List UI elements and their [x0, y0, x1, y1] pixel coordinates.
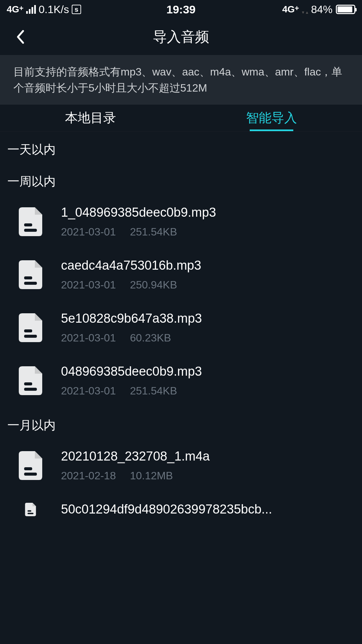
status-bar: 4G+ 0.1K/s s 19:39 4G+ ▼▲ 84% — [0, 0, 362, 19]
file-item[interactable]: 048969385deec0b9.mp3 2021-03-01 251.54KB — [0, 354, 362, 407]
sim-icon: s — [72, 5, 81, 14]
file-size: 250.94KB — [130, 279, 177, 291]
file-info: 5e10828c9b647a38.mp3 2021-03-01 60.23KB — [61, 311, 349, 344]
file-item[interactable]: 1_048969385deec0b9.mp3 2021-03-01 251.54… — [0, 195, 362, 248]
nav-header: 导入音频 — [0, 19, 362, 55]
network-type: 4G+ — [7, 4, 23, 15]
file-size: 251.54KB — [130, 385, 177, 397]
file-name: 5e10828c9b647a38.mp3 — [61, 311, 349, 326]
file-date: 2021-03-01 — [61, 279, 116, 291]
file-icon — [19, 366, 42, 395]
svg-rect-8 — [24, 467, 32, 470]
signal-icon — [26, 5, 36, 14]
svg-rect-9 — [24, 473, 37, 476]
file-icon — [19, 503, 42, 516]
tabs: 本地目录 智能导入 — [0, 105, 362, 131]
file-item[interactable]: 5e10828c9b647a38.mp3 2021-03-01 60.23KB — [0, 301, 362, 354]
file-date: 2021-03-01 — [61, 385, 116, 397]
file-item[interactable]: caedc4a4a753016b.mp3 2021-03-01 250.94KB — [0, 248, 362, 301]
svg-rect-6 — [24, 382, 32, 385]
file-name: 048969385deec0b9.mp3 — [61, 364, 349, 379]
file-meta: 2021-03-01 250.94KB — [61, 279, 349, 291]
battery-icon — [336, 5, 355, 14]
network-type-right: 4G+ — [282, 4, 299, 15]
file-size: 10.12MB — [130, 470, 173, 482]
file-date: 2021-03-01 — [61, 332, 116, 344]
file-meta: 2021-03-01 251.54KB — [61, 226, 349, 238]
file-meta: 2021-03-01 60.23KB — [61, 332, 349, 344]
tab-local[interactable]: 本地目录 — [0, 105, 181, 131]
tab-smart[interactable]: 智能导入 — [181, 105, 362, 131]
status-left: 4G+ 0.1K/s s — [7, 3, 81, 16]
section-header-week: 一周以内 — [0, 163, 362, 195]
svg-rect-5 — [24, 335, 37, 338]
file-info: 50c01294df9d48902639978235bcb... — [61, 502, 349, 517]
file-name: 1_048969385deec0b9.mp3 — [61, 205, 349, 220]
file-icon — [19, 451, 42, 480]
file-icon — [19, 260, 42, 289]
file-item[interactable]: 20210128_232708_1.m4a 2021-02-18 10.12MB — [0, 439, 362, 492]
file-meta: 2021-03-01 251.54KB — [61, 385, 349, 397]
page-title: 导入音频 — [153, 28, 209, 46]
file-name: 20210128_232708_1.m4a — [61, 449, 349, 464]
info-banner: 目前支持的音频格式有mp3、wav、aac、m4a、wma、amr、flac，单… — [0, 55, 362, 105]
chevron-left-icon — [15, 30, 25, 44]
svg-rect-11 — [27, 513, 34, 514]
file-date: 2021-03-01 — [61, 226, 116, 238]
file-name: 50c01294df9d48902639978235bcb... — [61, 502, 349, 517]
back-button[interactable] — [7, 23, 34, 50]
file-icon — [19, 207, 42, 236]
svg-rect-1 — [24, 229, 37, 232]
data-speed: 0.1K/s — [39, 3, 69, 16]
svg-rect-10 — [27, 510, 31, 512]
battery-percent: 84% — [311, 3, 333, 16]
svg-rect-0 — [24, 223, 32, 226]
file-info: 048969385deec0b9.mp3 2021-03-01 251.54KB — [61, 364, 349, 397]
section-header-day: 一天以内 — [0, 131, 362, 163]
file-meta: 2021-02-18 10.12MB — [61, 470, 349, 482]
file-size: 251.54KB — [130, 226, 177, 238]
file-info: 1_048969385deec0b9.mp3 2021-03-01 251.54… — [61, 205, 349, 238]
section-header-month: 一月以内 — [0, 407, 362, 439]
data-arrows-icon: ▼▲ — [301, 11, 309, 14]
file-info: 20210128_232708_1.m4a 2021-02-18 10.12MB — [61, 449, 349, 482]
svg-rect-7 — [24, 388, 37, 391]
file-icon — [19, 313, 42, 342]
file-size: 60.23KB — [130, 332, 171, 344]
status-right: 4G+ ▼▲ 84% — [282, 3, 355, 16]
svg-rect-2 — [24, 276, 32, 279]
file-date: 2021-02-18 — [61, 470, 116, 482]
svg-rect-3 — [24, 282, 37, 285]
file-info: caedc4a4a753016b.mp3 2021-03-01 250.94KB — [61, 258, 349, 291]
file-name: caedc4a4a753016b.mp3 — [61, 258, 349, 273]
status-time: 19:39 — [167, 3, 196, 16]
file-item[interactable]: 50c01294df9d48902639978235bcb... — [0, 492, 362, 517]
svg-rect-4 — [24, 329, 32, 332]
